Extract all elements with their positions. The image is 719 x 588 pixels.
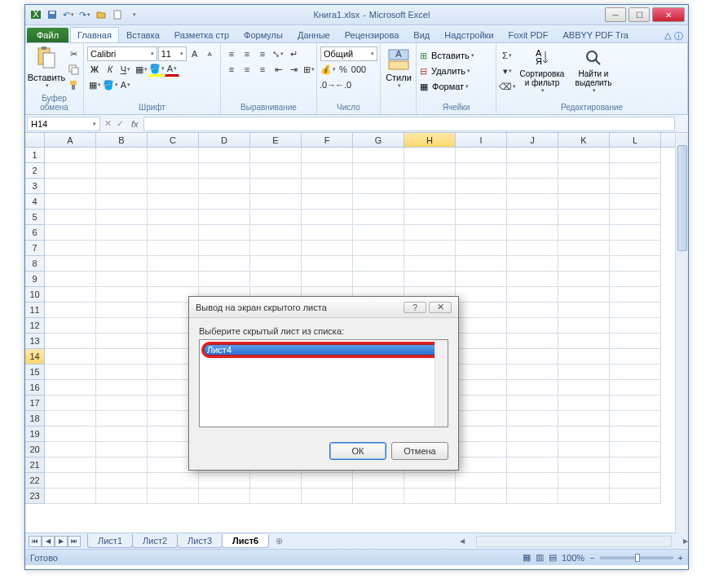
col-header-E[interactable]: E bbox=[250, 133, 302, 147]
comma-icon[interactable]: 000 bbox=[351, 62, 366, 77]
text-color-icon[interactable]: А▾ bbox=[118, 77, 133, 92]
cell[interactable] bbox=[456, 442, 507, 458]
cell[interactable] bbox=[610, 148, 661, 163]
insert-cells-button[interactable]: ⊞ Вставить▾ bbox=[420, 48, 474, 63]
cell[interactable] bbox=[507, 194, 558, 210]
minimize-button[interactable]: ─ bbox=[605, 7, 626, 22]
cell[interactable] bbox=[404, 256, 456, 272]
row-header-1[interactable]: 1 bbox=[25, 148, 44, 163]
col-header-A[interactable]: A bbox=[45, 133, 96, 147]
cell[interactable] bbox=[558, 287, 610, 303]
wrap-text-icon[interactable]: ↵ bbox=[286, 46, 301, 61]
select-all-corner[interactable] bbox=[25, 133, 45, 148]
cell[interactable] bbox=[199, 163, 250, 179]
tab-review[interactable]: Рецензирова bbox=[337, 27, 407, 42]
cell[interactable] bbox=[250, 163, 302, 179]
indent-inc-icon[interactable]: ⇥ bbox=[286, 62, 301, 77]
cell[interactable] bbox=[507, 489, 558, 504]
row-header-6[interactable]: 6 bbox=[25, 225, 44, 241]
cell[interactable] bbox=[353, 272, 404, 287]
paste-button[interactable]: Вставить▾ bbox=[29, 45, 64, 91]
cell[interactable] bbox=[507, 179, 558, 194]
cell[interactable] bbox=[404, 210, 456, 225]
cell[interactable] bbox=[507, 210, 558, 225]
zoom-slider[interactable] bbox=[600, 556, 673, 559]
cell[interactable] bbox=[507, 365, 558, 380]
align-right-icon[interactable]: ≡ bbox=[255, 62, 270, 77]
indent-dec-icon[interactable]: ⇤ bbox=[271, 62, 285, 77]
copy-icon[interactable] bbox=[66, 62, 81, 77]
cell[interactable] bbox=[558, 458, 610, 473]
cell[interactable] bbox=[45, 411, 96, 427]
cell[interactable] bbox=[199, 225, 250, 241]
cell[interactable] bbox=[558, 194, 610, 210]
cell[interactable] bbox=[353, 489, 404, 504]
file-tab[interactable]: Файл bbox=[27, 28, 68, 42]
cell[interactable] bbox=[45, 163, 96, 179]
sheet-nav-first[interactable]: ⏮ bbox=[29, 536, 42, 547]
zoom-level[interactable]: 100% bbox=[562, 553, 584, 563]
cell[interactable] bbox=[558, 349, 610, 365]
cell[interactable] bbox=[610, 256, 661, 272]
orientation-icon[interactable]: ⤡▾ bbox=[271, 46, 285, 61]
cell[interactable] bbox=[558, 148, 610, 163]
row-header-12[interactable]: 12 bbox=[25, 318, 44, 334]
cell[interactable] bbox=[456, 334, 507, 349]
cell[interactable] bbox=[148, 241, 199, 256]
new-sheet-icon[interactable]: ⊕ bbox=[271, 535, 287, 548]
cell[interactable] bbox=[610, 396, 661, 411]
row-header-8[interactable]: 8 bbox=[25, 256, 44, 272]
cell[interactable] bbox=[96, 163, 148, 179]
open-icon[interactable] bbox=[94, 7, 108, 22]
cell[interactable] bbox=[250, 148, 302, 163]
cell[interactable] bbox=[96, 473, 148, 489]
cell[interactable] bbox=[96, 148, 148, 163]
bold-icon[interactable]: Ж bbox=[87, 62, 102, 77]
cell[interactable] bbox=[456, 365, 507, 380]
cell[interactable] bbox=[558, 163, 610, 179]
tab-foxit[interactable]: Foxit PDF bbox=[501, 27, 556, 42]
cell[interactable] bbox=[610, 210, 661, 225]
border-icon[interactable]: ▦▾ bbox=[134, 62, 148, 77]
cell[interactable] bbox=[610, 349, 661, 365]
cell[interactable] bbox=[507, 442, 558, 458]
cell[interactable] bbox=[456, 179, 507, 194]
cell[interactable] bbox=[610, 179, 661, 194]
cell[interactable] bbox=[45, 241, 96, 256]
cell[interactable] bbox=[456, 411, 507, 427]
align-bottom-icon[interactable]: ≡ bbox=[255, 46, 270, 61]
cell[interactable] bbox=[96, 489, 148, 504]
listbox-scrollbar[interactable] bbox=[434, 340, 448, 427]
italic-icon[interactable]: К bbox=[103, 62, 117, 77]
cell[interactable] bbox=[610, 427, 661, 442]
row-header-21[interactable]: 21 bbox=[25, 458, 44, 473]
cell[interactable] bbox=[558, 272, 610, 287]
cell[interactable] bbox=[96, 194, 148, 210]
cell[interactable] bbox=[610, 411, 661, 427]
cell[interactable] bbox=[45, 210, 96, 225]
cell[interactable] bbox=[456, 396, 507, 411]
row-header-7[interactable]: 7 bbox=[25, 241, 44, 256]
cell[interactable] bbox=[302, 489, 353, 504]
cell[interactable] bbox=[456, 318, 507, 334]
cell[interactable] bbox=[507, 287, 558, 303]
view-pagebreak-icon[interactable]: ▤ bbox=[549, 552, 557, 563]
ribbon-minimize-icon[interactable]: △ bbox=[664, 30, 671, 42]
format-painter-icon[interactable] bbox=[66, 77, 81, 92]
merge-icon[interactable]: ⊞▾ bbox=[302, 62, 316, 77]
find-select-button[interactable]: Найти и выделить▾ bbox=[570, 45, 617, 95]
cell[interactable] bbox=[45, 256, 96, 272]
cell[interactable] bbox=[610, 365, 661, 380]
col-header-H[interactable]: H bbox=[404, 133, 456, 147]
new-icon[interactable] bbox=[110, 7, 125, 22]
help-icon[interactable]: ⓘ bbox=[674, 30, 683, 42]
cell[interactable] bbox=[404, 163, 456, 179]
cell[interactable] bbox=[96, 427, 148, 442]
cell[interactable] bbox=[558, 489, 610, 504]
cell[interactable] bbox=[456, 349, 507, 365]
cell[interactable] bbox=[456, 256, 507, 272]
cell[interactable] bbox=[148, 272, 199, 287]
cell[interactable] bbox=[148, 473, 199, 489]
cell[interactable] bbox=[610, 489, 661, 504]
row-header-10[interactable]: 10 bbox=[25, 287, 44, 303]
